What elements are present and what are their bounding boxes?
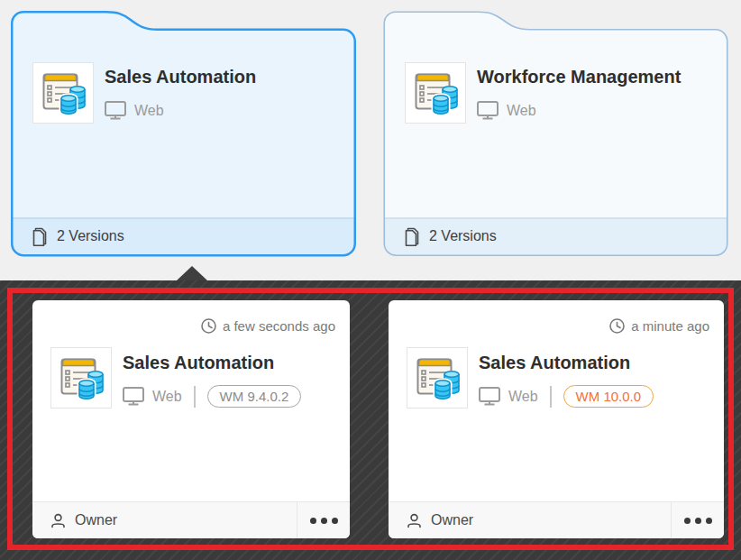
platform-version-row: Web WM 10.0.0: [479, 385, 654, 408]
app-icon: [407, 347, 468, 409]
version-badge: WM 10.0.0: [563, 385, 654, 408]
monitor-icon: [477, 101, 499, 120]
app-icon: [50, 347, 112, 409]
person-icon: [407, 513, 422, 528]
folder-title: Workforce Management: [477, 67, 681, 87]
app-versions-screen: Sales Automation Web 2 Versions Workforc…: [0, 0, 741, 560]
clock-icon: [609, 318, 625, 334]
version-card-title: Sales Automation: [123, 353, 274, 373]
expander-arrow-icon: [177, 266, 207, 280]
platform-row: Web: [477, 101, 536, 120]
timestamp-label: a few seconds ago: [223, 318, 335, 334]
platform-label: Web: [507, 103, 536, 119]
folder-title: Sales Automation: [105, 67, 256, 87]
versions-pages-icon: [405, 227, 420, 246]
folder-footer: 2 Versions: [13, 218, 354, 254]
app-icon: [405, 62, 466, 124]
timestamp: a minute ago: [609, 318, 709, 334]
owner-row: Owner: [32, 512, 297, 528]
versions-pages-icon: [32, 227, 48, 246]
monitor-icon: [479, 387, 500, 406]
version-badge: WM 9.4.0.2: [207, 385, 302, 408]
platform-label: Web: [152, 389, 182, 405]
version-card-footer: Owner: [32, 501, 350, 538]
ellipsis-menu-button[interactable]: [671, 502, 724, 538]
platform-label: Web: [134, 103, 164, 119]
divider: [194, 386, 196, 408]
folder-footer: 2 Versions: [385, 218, 727, 254]
person-icon: [50, 513, 66, 528]
platform-label: Web: [508, 389, 538, 405]
monitor-icon: [105, 101, 126, 120]
version-card-wm-9402[interactable]: a few seconds ago Sales Automation Web W…: [32, 300, 350, 538]
timestamp-label: a minute ago: [631, 318, 709, 334]
owner-row: Owner: [389, 512, 671, 528]
monitor-icon: [123, 387, 144, 406]
timestamp: a few seconds ago: [201, 318, 335, 334]
owner-label: Owner: [431, 512, 473, 528]
platform-version-row: Web WM 9.4.0.2: [123, 385, 301, 408]
version-card-title: Sales Automation: [479, 353, 630, 373]
folder-card-sales-automation[interactable]: Sales Automation Web 2 Versions: [11, 11, 356, 257]
clock-icon: [201, 318, 216, 334]
versions-count-label: 2 Versions: [429, 228, 497, 244]
version-card-footer: Owner: [389, 501, 724, 538]
versions-count-label: 2 Versions: [57, 228, 124, 244]
folder-card-workforce-management[interactable]: Workforce Management Web 2 Versions: [383, 11, 728, 257]
ellipsis-menu-button[interactable]: [297, 502, 350, 538]
version-card-wm-1000[interactable]: a minute ago Sales Automation Web WM 10.…: [389, 300, 724, 538]
owner-label: Owner: [75, 512, 117, 528]
platform-row: Web: [105, 101, 164, 120]
divider: [550, 386, 552, 408]
app-icon: [32, 62, 94, 124]
